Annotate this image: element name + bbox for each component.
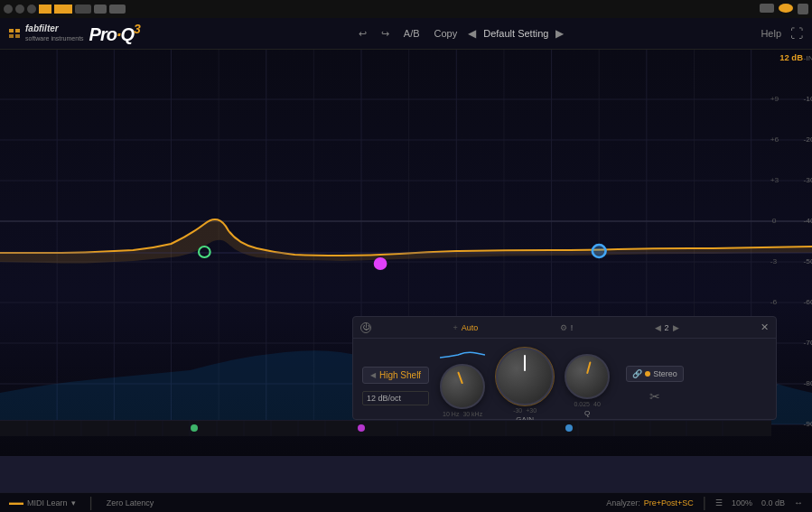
help-button[interactable]: Help xyxy=(761,28,781,39)
midi-learn-label: MIDI Learn xyxy=(27,498,68,507)
title-icon-2[interactable] xyxy=(779,4,793,13)
latency-label: Zero Latency xyxy=(107,498,154,507)
stereo-label: Stereo xyxy=(653,369,677,378)
stereo-dot xyxy=(645,371,650,377)
expand-button[interactable]: ⛶ xyxy=(790,26,803,41)
separator-1: | xyxy=(89,495,93,511)
svg-text:-6: -6 xyxy=(770,298,778,306)
eq-panel: ⏻ + Auto ⚙ ! ◀ 2 ▶ ✕ xyxy=(352,316,777,420)
slope-selector[interactable]: 12 dB/oct xyxy=(362,391,429,405)
scissors-icon[interactable]: ✂ xyxy=(648,387,662,405)
eq-area[interactable]: 12 dB -INF -10 -20 -30 -40 -50 -60 -70 -… xyxy=(0,50,812,456)
title-icon-1[interactable] xyxy=(760,4,774,13)
freq-mini-graph xyxy=(440,344,485,362)
svg-text:-20: -20 xyxy=(804,135,812,144)
svg-text:-60: -60 xyxy=(804,298,812,306)
scissors-area: ✂ xyxy=(626,387,684,405)
status-bar: ▬▬ MIDI Learn ▾ | Zero Latency Analyzer:… xyxy=(0,492,812,512)
svg-point-26 xyxy=(375,258,387,269)
svg-text:12 dB: 12 dB xyxy=(779,53,803,62)
analyzer-item: Analyzer: Pre+Post+SC xyxy=(606,498,694,507)
analyzer-mode[interactable]: Pre+Post+SC xyxy=(644,498,694,507)
latency-item[interactable]: Zero Latency xyxy=(107,498,154,507)
svg-text:-90: -90 xyxy=(804,420,812,428)
settings-status-icon: ☰ xyxy=(715,498,723,507)
preset-name[interactable]: Default Setting xyxy=(483,28,548,39)
header-controls: ↩ ↪ A/B Copy ◀ Default Setting ▶ xyxy=(158,26,761,42)
svg-point-72 xyxy=(358,424,365,432)
svg-point-73 xyxy=(565,424,573,432)
exclamation-icon: ! xyxy=(571,323,574,332)
title-bar xyxy=(0,0,812,18)
svg-text:-80: -80 xyxy=(804,379,812,387)
svg-text:-40: -40 xyxy=(804,217,812,225)
chain-icon: 🔗 xyxy=(632,369,642,378)
q-knob[interactable] xyxy=(565,354,610,399)
stereo-button[interactable]: 🔗 Stereo xyxy=(626,366,684,382)
eq-panel-header: ⏻ + Auto ⚙ ! ◀ 2 ▶ ✕ xyxy=(353,317,776,339)
eq-panel-body: ◀ High Shelf 12 dB/oct 1 xyxy=(353,339,776,433)
svg-text:-30: -30 xyxy=(804,176,812,184)
prev-band-button[interactable]: ◀ xyxy=(655,323,661,332)
status-right: Analyzer: Pre+Post+SC | ☰ 100% 0.0 dB ↔ xyxy=(606,495,803,511)
svg-text:+9: +9 xyxy=(770,95,779,103)
resize-handle[interactable]: ↔ xyxy=(794,498,803,507)
svg-text:-10: -10 xyxy=(804,95,812,103)
piano-keyboard xyxy=(0,420,771,436)
svg-text:-50: -50 xyxy=(804,257,812,265)
svg-text:+3: +3 xyxy=(770,176,779,184)
svg-text:0: 0 xyxy=(772,217,777,225)
separator-2: | xyxy=(703,495,706,511)
resize-icon: ↔ xyxy=(794,498,803,507)
prev-preset-button[interactable]: ◀ xyxy=(468,27,476,40)
midi-learn-item[interactable]: ▬▬ MIDI Learn ▾ xyxy=(9,498,76,507)
svg-text:-INF: -INF xyxy=(804,54,812,62)
auto-label: Auto xyxy=(462,323,479,332)
band-nav-controls: ◀ 2 ▶ xyxy=(655,323,679,332)
filter-type-area: ◀ High Shelf 12 dB/oct xyxy=(362,367,429,405)
gain-range-labels: -30 +30 xyxy=(513,407,537,414)
freq-knob[interactable] xyxy=(440,364,485,409)
filter-type-label: High Shelf xyxy=(379,370,421,380)
subtitle-text: software instruments xyxy=(25,34,84,43)
ab-button[interactable]: A/B xyxy=(400,26,424,41)
title-dot-8 xyxy=(109,5,126,14)
gain-knob[interactable] xyxy=(496,348,554,405)
redo-button[interactable]: ↪ xyxy=(378,26,393,42)
title-icon-3[interactable] xyxy=(798,4,808,14)
svg-rect-47 xyxy=(0,420,771,436)
undo-button[interactable]: ↩ xyxy=(355,26,370,42)
settings-status[interactable]: ☰ xyxy=(715,498,723,507)
q-range-labels: 0.025 40 xyxy=(574,401,600,407)
title-dot-5 xyxy=(54,5,72,14)
zoom-item: 100% xyxy=(732,498,752,507)
plugin-header: fabfilter software instruments Pro·Q3 ↩ … xyxy=(0,18,812,50)
midi-learn-arrow: ▾ xyxy=(71,498,76,507)
panel-close-button[interactable]: ✕ xyxy=(761,321,769,333)
window-controls xyxy=(4,5,126,14)
svg-text:-70: -70 xyxy=(804,339,812,347)
svg-text:-3: -3 xyxy=(770,257,778,265)
freq-knob-container: 10 Hz 30 kHz FREQ xyxy=(440,344,485,427)
analyzer-label: Analyzer: xyxy=(606,498,640,507)
title-dot-7 xyxy=(94,5,107,14)
settings-icon[interactable]: ⚙ xyxy=(560,323,567,332)
title-dot-3 xyxy=(27,5,36,14)
piano-svg xyxy=(0,420,771,436)
copy-button[interactable]: Copy xyxy=(431,26,462,41)
freq-range-labels: 10 Hz 30 kHz xyxy=(443,411,482,417)
next-band-button[interactable]: ▶ xyxy=(673,323,679,332)
q-knob-label: Q xyxy=(584,409,590,417)
db-item: 0.0 dB xyxy=(761,498,785,507)
logo-area: fabfilter software instruments Pro·Q3 xyxy=(9,22,140,45)
eq-icon: ▬▬ xyxy=(9,498,23,507)
zoom-label: 100% xyxy=(732,498,752,507)
db-label: 0.0 dB xyxy=(761,498,785,507)
gain-knob-container: -30 +30 GAIN xyxy=(496,348,554,424)
filter-type-button[interactable]: ◀ High Shelf xyxy=(362,367,429,384)
band-power-button[interactable]: ⏻ xyxy=(360,322,371,333)
svg-point-71 xyxy=(191,424,198,432)
next-preset-button[interactable]: ▶ xyxy=(555,27,564,40)
title-dot-1 xyxy=(4,5,13,14)
svg-point-25 xyxy=(199,247,210,257)
